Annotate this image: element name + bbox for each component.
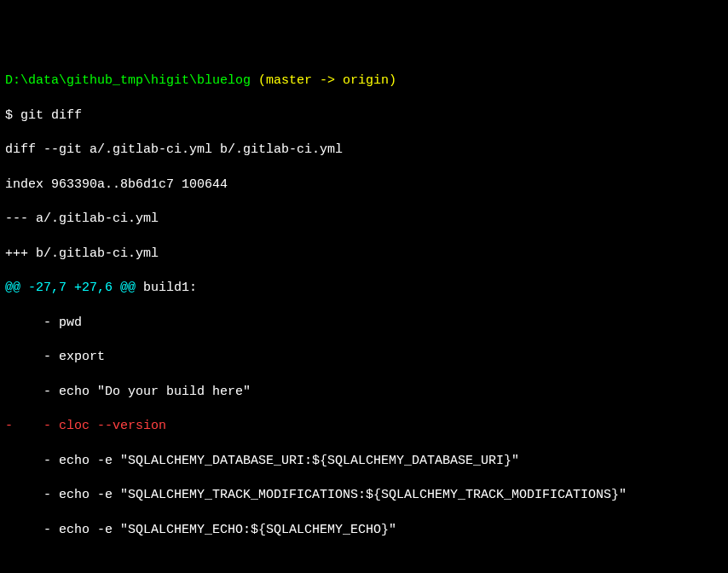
diff-index: index 963390a..8b6d1c7 100644 — [5, 177, 723, 194]
diff-context: - echo -e "SQLALCHEMY_ECHO:${SQLALCHEMY_… — [5, 522, 723, 539]
prompt-line: D:\data\github_tmp\higit\bluelog (master… — [5, 72, 723, 90]
diff-hunk: @@ -27,7 +27,6 @@ build1: — [5, 280, 723, 297]
diff-removed-line: - - cloc --version — [5, 418, 723, 435]
diff-plus-file: +++ b/.gitlab-ci.yml — [5, 246, 723, 263]
diff-minus-file: --- a/.gitlab-ci.yml — [5, 211, 723, 228]
diff-context: - echo "Do your build here" — [5, 384, 723, 401]
path: D:\data\github_tmp\higit\bluelog — [5, 73, 251, 88]
diff-header: diff --git a/.gitlab-ci.yml b/.gitlab-ci… — [5, 142, 723, 159]
diff-context: - pwd — [5, 315, 723, 332]
diff-context: - echo -e "SQLALCHEMY_TRACK_MODIFICATION… — [5, 487, 723, 504]
diff-context: - echo -e "SQLALCHEMY_DATABASE_URI:${SQL… — [5, 453, 723, 470]
blank-line — [5, 556, 723, 573]
command-line[interactable]: $ git diff — [5, 107, 723, 124]
branch-info: (master -> origin) — [251, 73, 396, 88]
hunk-range: @@ -27,7 +27,6 @@ — [5, 281, 136, 295]
diff-context: - export — [5, 349, 723, 366]
hunk-context: build1: — [136, 281, 197, 295]
